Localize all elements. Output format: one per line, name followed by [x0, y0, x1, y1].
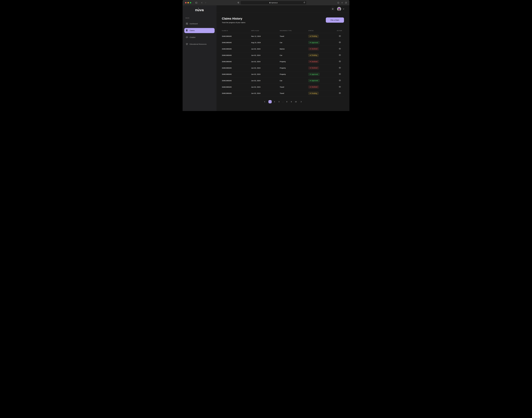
- browser-window: trynuva.ai: [183, 0, 349, 111]
- dashboard-grid-icon: [186, 23, 188, 25]
- page-title: Claims History: [222, 17, 344, 20]
- status-dot-icon: [310, 93, 311, 94]
- sidebar-item-dashboard[interactable]: Dashboard: [184, 21, 215, 26]
- date-filed-cell: Jun 02, 2024: [251, 54, 280, 56]
- table-row: 33461969345Nov 12, 2024TravelPending: [222, 33, 344, 39]
- sidebar: nu̇va MAIN Dashboard$ClaimsChatbotEducat…: [183, 5, 216, 111]
- status-badge: Declined: [308, 47, 319, 50]
- status-dot-icon: [310, 80, 311, 81]
- claim-id-cell: 33461969345: [222, 86, 251, 88]
- avatar[interactable]: [337, 7, 341, 11]
- shield-icon[interactable]: [237, 2, 239, 4]
- browser-chrome: trynuva.ai: [183, 0, 349, 5]
- status-cell: Declined: [308, 67, 337, 70]
- status-dot-icon: [310, 36, 311, 37]
- notifications-button[interactable]: [330, 7, 335, 11]
- tabs-overview-icon[interactable]: [345, 2, 347, 4]
- insurance-type-cell: Travel: [280, 35, 308, 37]
- status-badge: Pending: [308, 35, 319, 38]
- pagination-page-3[interactable]: 3: [278, 100, 281, 103]
- table-row: 33461969345Jun 02, 2024PropertyDeclined: [222, 65, 344, 71]
- pagination-page-9[interactable]: 9: [290, 100, 293, 103]
- zoom-window-button[interactable]: [190, 2, 191, 3]
- file-a-claim-button[interactable]: File a Claim: [326, 17, 344, 23]
- minimize-window-button[interactable]: [187, 2, 189, 3]
- sidebar-item-chatbot[interactable]: Chatbot: [184, 35, 215, 40]
- status-dot-icon: [310, 48, 311, 49]
- sidebar-item-label: Claims: [190, 30, 195, 32]
- back-icon[interactable]: [201, 2, 203, 4]
- view-claim-eye-icon[interactable]: [339, 86, 341, 88]
- date-filed-cell: Jun 02, 2024: [251, 86, 280, 88]
- pagination-next-icon[interactable]: [300, 101, 302, 103]
- status-dot-icon: [310, 87, 311, 87]
- action-cell: [337, 86, 344, 88]
- claims-document-icon: $: [186, 29, 188, 32]
- sidebar-item-claims[interactable]: $Claims: [184, 28, 215, 33]
- date-filed-cell: Aug 23, 2024: [251, 42, 280, 43]
- column-header-action: ACTION: [337, 30, 344, 31]
- download-icon[interactable]: [337, 2, 339, 4]
- view-claim-eye-icon[interactable]: [339, 80, 341, 81]
- view-claim-eye-icon[interactable]: [339, 35, 341, 37]
- url-text: trynuva.ai: [271, 2, 278, 3]
- content: Claims History Track the progress of you…: [216, 12, 349, 111]
- view-claim-eye-icon[interactable]: [339, 41, 341, 43]
- claim-id-cell: 33461969345: [222, 61, 251, 62]
- sidebar-item-label: Chatbot: [190, 36, 195, 38]
- url-bar[interactable]: trynuva.ai: [241, 1, 306, 5]
- action-cell: [337, 73, 344, 75]
- pagination-page-2[interactable]: 2: [273, 100, 276, 103]
- view-claim-eye-icon[interactable]: [339, 73, 341, 75]
- date-filed-cell: Jun 02, 2024: [251, 61, 280, 62]
- date-filed-cell: Jun 02, 2024: [251, 80, 280, 81]
- view-claim-eye-icon[interactable]: [339, 67, 341, 69]
- sidebar-toggle-icon[interactable]: [195, 2, 197, 4]
- new-tab-icon[interactable]: [341, 2, 343, 4]
- close-window-button[interactable]: [185, 2, 186, 3]
- status-cell: Approved: [308, 73, 337, 76]
- view-claim-eye-icon[interactable]: [339, 48, 341, 50]
- books-icon: [186, 43, 188, 46]
- insurance-type-cell: Car: [280, 80, 308, 81]
- status-dot-icon: [310, 74, 311, 75]
- claim-id-cell: 33461969345: [222, 80, 251, 81]
- pagination-prev-icon[interactable]: [264, 101, 266, 103]
- claims-table: CLAIM IDDATE FILEDINSURANCE TYPESTATUSAC…: [222, 30, 344, 96]
- status-badge: Approved: [308, 79, 320, 82]
- status-cell: Pending: [308, 54, 337, 57]
- claim-id-cell: 33461969345: [222, 67, 251, 69]
- pagination-page-10[interactable]: 10: [294, 100, 297, 103]
- page-subtitle: Track the progress of your claims: [222, 22, 344, 23]
- date-filed-cell: Jun 02, 2024: [251, 92, 280, 94]
- action-cell: [337, 48, 344, 50]
- table-header-row: CLAIM IDDATE FILEDINSURANCE TYPESTATUSAC…: [222, 30, 344, 33]
- table-row: 33461969345Jun 02, 2024CarApproved: [222, 78, 344, 84]
- view-claim-eye-icon[interactable]: [339, 92, 341, 94]
- claim-id-cell: 33461969345: [222, 54, 251, 56]
- pagination-page-1[interactable]: 1: [268, 100, 272, 103]
- action-cell: [337, 35, 344, 37]
- date-filed-cell: Jun 02, 2024: [251, 67, 280, 69]
- status-cell: Declined: [308, 86, 337, 88]
- table-row: 33461969345Jun 02, 2024PropertyApproved: [222, 71, 344, 78]
- status-badge: Pending: [308, 92, 319, 95]
- pagination-ellipsis: …: [282, 100, 284, 103]
- status-dot-icon: [310, 55, 311, 56]
- bell-icon: [332, 8, 334, 10]
- action-cell: [337, 60, 344, 63]
- sidebar-item-educational-resources[interactable]: Educational Resources: [184, 42, 215, 47]
- account-menu-button[interactable]: [343, 8, 345, 10]
- view-claim-eye-icon[interactable]: [339, 60, 341, 62]
- claim-id-cell: 33461969345: [222, 73, 251, 75]
- pagination-page-8[interactable]: 8: [285, 100, 289, 103]
- view-claim-eye-icon[interactable]: [339, 54, 341, 56]
- insurance-type-cell: Property: [280, 67, 308, 69]
- lock-icon: [269, 2, 271, 3]
- forward-icon[interactable]: [205, 2, 207, 4]
- column-header-status: STATUS: [308, 30, 337, 31]
- reload-icon[interactable]: [303, 2, 305, 3]
- status-cell: Declined: [308, 47, 337, 50]
- date-filed-cell: Jun 02, 2024: [251, 48, 280, 50]
- topbar: [216, 5, 349, 12]
